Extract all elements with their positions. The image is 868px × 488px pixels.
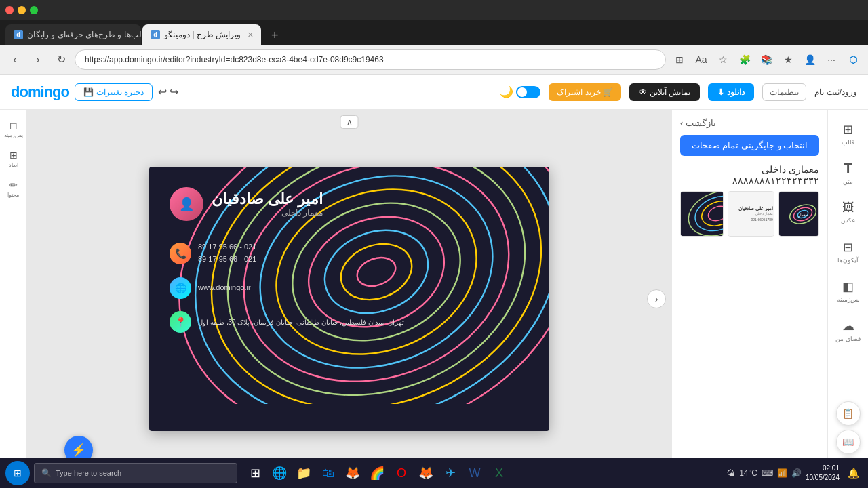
toggle-track[interactable] bbox=[516, 86, 540, 98]
left-tool-background[interactable]: ◻ پس‌زمینه bbox=[3, 115, 24, 142]
keyboard-icon: ⌨ bbox=[762, 468, 773, 478]
start-button[interactable]: ⊞ bbox=[5, 461, 30, 485]
address-bar-row: ‹ › ↻ ⊞ Aa ☆ 🧩 📚 ★ 👤 ··· ⬡ bbox=[0, 45, 868, 75]
template-previews: معمار امیر علی صادقیان معمار داخلی 021-6… bbox=[680, 191, 819, 237]
forward-navigation-button[interactable]: › bbox=[28, 50, 47, 69]
content-icon: ✏ bbox=[9, 180, 18, 190]
copy-float-button[interactable]: 📋 bbox=[836, 401, 861, 426]
right-tool-background[interactable]: ◧ پس‌زمینه bbox=[831, 272, 866, 309]
taskbar-telegram-icon[interactable]: ✈ bbox=[439, 462, 461, 484]
right-tool-my-space[interactable]: ☁ فضای من bbox=[831, 312, 866, 348]
eye-icon: 👁 bbox=[639, 87, 647, 97]
taskbar-firefox2-icon[interactable]: 🦊 bbox=[415, 462, 437, 484]
save-button[interactable]: 💾 ذخیره تغییرات bbox=[75, 83, 153, 101]
image-icon: 🖼 bbox=[842, 201, 854, 215]
canvas-area: 👤 امیر علی صادقیان معمار داخلی 📞 021 - 6… bbox=[27, 110, 671, 488]
buy-button[interactable]: خرید اشتراک 🛒 bbox=[549, 83, 621, 101]
template-preview-1[interactable]: معمار bbox=[778, 191, 819, 237]
preview-button[interactable]: 👁 نمایش آنلاین bbox=[629, 83, 700, 101]
card-avatar: 👤 bbox=[170, 187, 203, 221]
app-layout: domingo 💾 ذخیره تغییرات ↩ ↪ 🌙 خرید اشترا… bbox=[0, 75, 868, 488]
tab-editor-label: ویرایش طرح | دومینگو bbox=[164, 30, 241, 39]
taskbar-excel-icon[interactable]: X bbox=[488, 462, 510, 484]
network-icon: 📶 bbox=[777, 468, 787, 478]
right-tool-template[interactable]: ⊞ قالب bbox=[831, 115, 866, 152]
browser-edge-icon[interactable]: ⬡ bbox=[844, 50, 863, 69]
notification-button[interactable]: 🔔 bbox=[844, 464, 863, 483]
browser-favorites-icon[interactable]: ★ bbox=[778, 50, 797, 69]
back-arrow-icon: › bbox=[680, 118, 683, 128]
canvas-next-arrow[interactable]: › bbox=[647, 289, 666, 308]
taskbar-files-icon[interactable]: 📁 bbox=[293, 462, 315, 484]
taskbar-search-box[interactable]: 🔍 Type here to search bbox=[34, 463, 237, 483]
tab-editor-close[interactable]: × bbox=[248, 29, 253, 40]
clock-time: 02:01 bbox=[806, 464, 840, 473]
left-tool-content[interactable]: ✏ محتوا bbox=[3, 175, 24, 202]
back-button[interactable]: بازگشت › bbox=[680, 118, 819, 128]
back-label: بازگشت bbox=[686, 118, 716, 128]
download-button[interactable]: ⬇ دانلود bbox=[708, 83, 754, 101]
taskbar-word-icon[interactable]: W bbox=[464, 462, 486, 484]
template-preview-2[interactable]: امیر علی صادقیان معمار داخلی 021-6695178… bbox=[728, 191, 774, 237]
buy-label: خرید اشتراک 🛒 bbox=[557, 87, 613, 97]
window-close-button[interactable] bbox=[5, 6, 14, 14]
select-all-button[interactable]: انتخاب و جایگزینی تمام صفحات bbox=[680, 135, 819, 156]
left-tool-dimensions[interactable]: ⊞ ابعاد bbox=[3, 145, 24, 172]
card-address-row: 📍 تهران، میدان فلسطین، خیابان طالقانی، خ… bbox=[170, 311, 529, 333]
right-tool-text[interactable]: T متن bbox=[831, 155, 866, 191]
phone-icon: 📞 bbox=[170, 243, 191, 264]
preview-dark-bg: معمار bbox=[779, 192, 819, 236]
app-logo: domingo bbox=[11, 83, 69, 101]
window-minimize-button[interactable] bbox=[18, 6, 26, 14]
browser-bookmark-icon[interactable]: ☆ bbox=[713, 50, 732, 69]
book-float-button[interactable]: 📖 bbox=[836, 430, 861, 454]
windows-icon: ⊞ bbox=[14, 468, 22, 479]
address-input[interactable] bbox=[75, 49, 666, 70]
right-panel: بازگشت › انتخاب و جایگزینی تمام صفحات مع… bbox=[671, 110, 868, 488]
settings-button[interactable]: تنظیمات bbox=[762, 83, 806, 101]
taskbar-firefox-icon[interactable]: 🦊 bbox=[342, 462, 363, 484]
theme-toggle[interactable]: 🌙 bbox=[500, 85, 540, 98]
header-left: 🌙 خرید اشتراک 🛒 👁 نمایش آنلاین ⬇ دانلود … bbox=[500, 83, 857, 101]
new-tab-button[interactable]: + bbox=[265, 26, 284, 45]
window-maximize-button[interactable] bbox=[30, 6, 38, 14]
browser-extension-icon[interactable]: 🧩 bbox=[735, 50, 754, 69]
svg-text:معمار: معمار bbox=[797, 213, 808, 218]
taskbar-store-icon[interactable]: 🛍 bbox=[317, 462, 339, 484]
canvas-scroll-up[interactable]: ∧ bbox=[340, 115, 359, 129]
dimensions-icon: ⊞ bbox=[9, 150, 18, 161]
browser-read-icon[interactable]: Aa bbox=[692, 50, 711, 69]
browser-collection-icon[interactable]: 📚 bbox=[757, 50, 776, 69]
taskbar-tray: 🌤 14°C ⌨ 📶 🔊 02:01 10/05/2024 🔔 bbox=[727, 464, 863, 483]
browser-more-icon[interactable]: ··· bbox=[822, 50, 841, 69]
bg-label: پس‌زمینه bbox=[837, 296, 860, 303]
background-icon: ◻ bbox=[9, 120, 18, 131]
left-sidebar: ◻ پس‌زمینه ⊞ ابعاد ✏ محتوا bbox=[0, 110, 27, 488]
text-label: متن bbox=[843, 178, 853, 185]
taskbar-task-view[interactable]: ⊞ bbox=[244, 462, 266, 484]
browser-grid-icon[interactable]: ⊞ bbox=[670, 50, 689, 69]
tab-templates[interactable]: d قالب‌ها و طرح‌های حرفه‌ای و رایگان × bbox=[5, 24, 141, 45]
taskbar-edge-icon[interactable]: 🌐 bbox=[269, 462, 290, 484]
redo-button[interactable]: ↪ bbox=[170, 85, 178, 98]
card-website-text: www.domingo.ir bbox=[198, 282, 251, 294]
right-tool-image[interactable]: 🖼 عکس bbox=[831, 194, 866, 230]
card-phone-row: 📞 021 - 66 95 17 89 021 - 66 95 17 89 bbox=[170, 241, 529, 265]
background-label: پس‌زمینه bbox=[4, 132, 23, 138]
undo-button[interactable]: ↩ bbox=[158, 85, 167, 98]
browser-profile-icon[interactable]: 👤 bbox=[800, 50, 819, 69]
taskbar-chrome-icon[interactable]: 🌈 bbox=[366, 462, 388, 484]
bg-icon: ◧ bbox=[842, 279, 854, 294]
header-right: domingo 💾 ذخیره تغییرات ↩ ↪ bbox=[11, 83, 178, 101]
right-tool-icons[interactable]: ⊟ آیکون‌ها bbox=[831, 233, 866, 270]
login-button[interactable]: ورود/ثبت نام bbox=[814, 87, 857, 97]
tab-editor[interactable]: d ویرایش طرح | دومینگو × bbox=[142, 24, 261, 45]
refresh-button[interactable]: ↻ bbox=[52, 50, 71, 69]
taskbar-search-text: Type here to search bbox=[56, 469, 121, 477]
business-card[interactable]: 👤 امیر علی صادقیان معمار داخلی 📞 021 - 6… bbox=[149, 167, 549, 431]
moon-icon: 🌙 bbox=[500, 85, 513, 98]
template-preview-3[interactable] bbox=[680, 191, 724, 237]
tab-bar: d قالب‌ها و طرح‌های حرفه‌ای و رایگان × d… bbox=[0, 20, 868, 45]
back-navigation-button[interactable]: ‹ bbox=[5, 50, 24, 69]
taskbar-opera-icon[interactable]: O bbox=[391, 462, 412, 484]
